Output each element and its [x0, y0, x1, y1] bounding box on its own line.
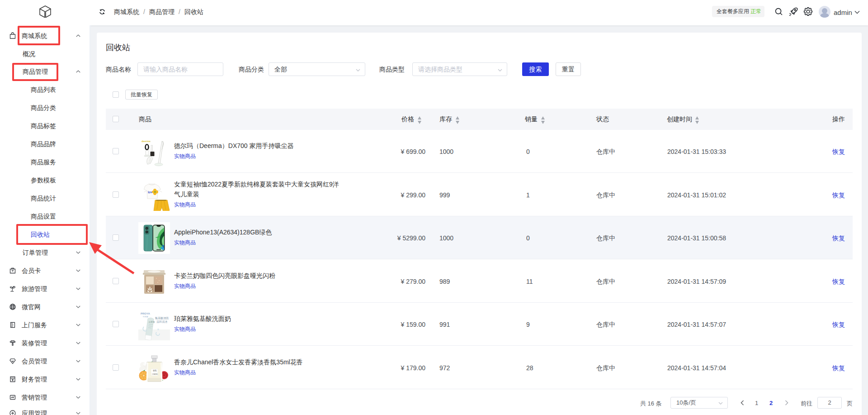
svg-text:温和清洁: 温和清洁 — [156, 320, 167, 324]
svg-text:CHANEL: CHANEL — [152, 373, 158, 375]
svg-text:氨基酸洁面: 氨基酸洁面 — [155, 316, 169, 320]
svg-text:N°5: N°5 — [153, 370, 157, 372]
svg-text:deerma: deerma — [142, 140, 151, 143]
svg-text:PROYA: PROYA — [141, 312, 150, 315]
